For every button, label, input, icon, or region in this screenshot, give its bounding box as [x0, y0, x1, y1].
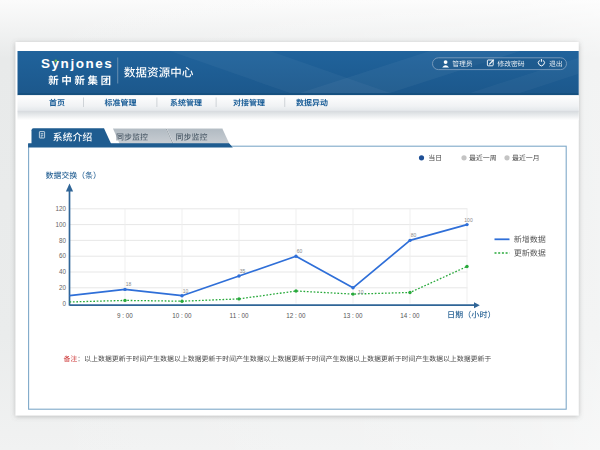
- svg-text:18: 18: [126, 281, 132, 287]
- svg-text:14 : 00: 14 : 00: [400, 312, 420, 319]
- svg-text:60: 60: [59, 252, 67, 259]
- svg-text:11 : 00: 11 : 00: [230, 312, 249, 319]
- svg-text:40: 40: [59, 268, 67, 275]
- svg-text:13 : 00: 13 : 00: [343, 312, 363, 319]
- svg-text:12 : 00: 12 : 00: [286, 312, 306, 319]
- svg-text:100: 100: [464, 217, 473, 223]
- svg-text:80: 80: [411, 232, 417, 238]
- svg-text:120: 120: [55, 205, 66, 212]
- svg-text:Synjones: Synjones: [41, 56, 113, 71]
- svg-text:60: 60: [297, 248, 303, 254]
- svg-text:10: 10: [358, 289, 364, 295]
- svg-text:100: 100: [55, 221, 66, 228]
- svg-text:10: 10: [183, 288, 189, 294]
- svg-text:0: 0: [62, 300, 66, 307]
- svg-text:10 : 00: 10 : 00: [172, 312, 192, 319]
- svg-text:20: 20: [59, 284, 67, 291]
- svg-text:9 : 00: 9 : 00: [117, 312, 133, 319]
- svg-text:80: 80: [59, 237, 67, 244]
- svg-text:35: 35: [240, 268, 246, 274]
